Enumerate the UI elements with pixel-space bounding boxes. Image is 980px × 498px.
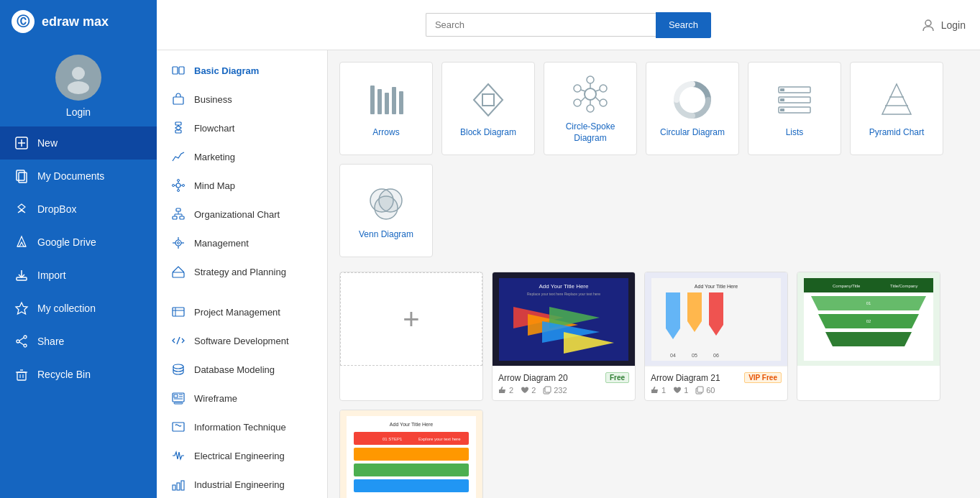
svg-point-80: [587, 76, 594, 83]
template-arrow-22[interactable]: Company/Title Title/Company 01 02: [797, 272, 940, 401]
sec-nav-industrial-engineering-label: Industrial Engineering: [194, 479, 285, 490]
sec-nav-project-management-label: Project Management: [194, 307, 280, 318]
svg-line-58: [177, 337, 180, 344]
svg-rect-66: [173, 423, 184, 431]
svg-rect-123: [697, 387, 703, 392]
sec-nav-basic-diagram[interactable]: Basic Diagram: [157, 56, 327, 85]
diagram-type-circle-spoke[interactable]: Circle-Spoke Diagram: [544, 62, 637, 155]
diagram-type-arrows[interactable]: Arrows: [339, 62, 433, 155]
sec-nav-management[interactable]: Management: [157, 229, 327, 257]
svg-point-33: [178, 180, 180, 182]
basic-diagram-icon: [171, 63, 186, 78]
strategy-and-planning-icon: [171, 264, 186, 279]
sec-nav-information-technique[interactable]: Information Technique: [157, 412, 327, 441]
diagram-type-circular[interactable]: Circular Diagram: [646, 62, 739, 155]
sidebar-item-share[interactable]: Share: [0, 325, 157, 358]
svg-point-13: [24, 336, 27, 338]
template-new[interactable]: +: [339, 272, 483, 401]
sec-nav-marketing[interactable]: Marketing: [157, 142, 327, 171]
heart-icon: [521, 386, 529, 395]
sidebar-item-my-collection[interactable]: My collection: [0, 292, 157, 325]
template-arrow-21[interactable]: Add Your Title Here 04 05 06 Arrow D: [644, 272, 788, 401]
template-arrow-20-info: Arrow Diagram 20 Free 2 2: [493, 366, 635, 400]
sec-nav-project-management[interactable]: Project Management: [157, 298, 327, 326]
search-button[interactable]: Search: [656, 12, 711, 38]
sec-nav-business[interactable]: Business: [157, 85, 327, 114]
sec-nav-wireframe[interactable]: Wireframe: [157, 384, 327, 412]
sidebar-item-my-documents[interactable]: My Documents: [0, 160, 157, 193]
sec-nav-organizational-chart[interactable]: Organizational Chart: [157, 200, 327, 229]
marketing-icon: [171, 149, 186, 164]
arrow-diagram-20-svg: Add Your Title Here Replace your text he…: [499, 278, 628, 361]
sec-nav-marketing-label: Marketing: [194, 152, 235, 162]
sec-nav-strategy-and-planning[interactable]: Strategy and Planning: [157, 257, 327, 286]
sec-nav-software-development-label: Software Development: [194, 336, 289, 346]
svg-point-23: [925, 20, 931, 26]
sec-nav-flowchart[interactable]: Flowchart: [157, 114, 327, 142]
template-arrow-21-thumb: Add Your Title Here 04 05 06: [645, 272, 787, 366]
sidebar-item-recycle-bin[interactable]: Recycle Bin: [0, 358, 157, 391]
svg-rect-41: [176, 208, 180, 211]
sidebar-item-google-drive[interactable]: Google Drive: [0, 226, 157, 259]
svg-point-32: [176, 183, 180, 188]
sec-nav-industrial-engineering[interactable]: Industrial Engineering: [157, 470, 327, 498]
svg-point-49: [178, 242, 180, 244]
import-icon: [14, 268, 29, 282]
svg-marker-130: [825, 332, 912, 346]
svg-rect-42: [173, 216, 177, 219]
svg-rect-78: [482, 94, 494, 106]
svg-text:Replace your text here Replace: Replace your text here Replace your text…: [527, 292, 600, 296]
thumbs-up-icon: [498, 386, 507, 395]
template-new-thumb: +: [340, 272, 482, 366]
arrows-label: Arrows: [372, 127, 399, 139]
circle-spoke-label: Circle-Spoke Diagram: [550, 121, 631, 144]
svg-rect-95: [780, 88, 784, 91]
diagram-type-lists[interactable]: Lists: [748, 62, 841, 155]
sec-nav-database-modeling[interactable]: Database Modeling: [157, 355, 327, 384]
diagram-type-venn[interactable]: Venn Diagram: [339, 164, 433, 257]
sec-nav-electrical-engineering[interactable]: Electrical Engineering: [157, 441, 327, 470]
block-diagram-label: Block Diagram: [460, 127, 516, 139]
sec-nav-software-development[interactable]: Software Development: [157, 326, 327, 355]
sidebar-item-new[interactable]: New: [0, 126, 157, 160]
search-input[interactable]: [426, 13, 656, 37]
sec-nav-mind-map-label: Mind Map: [194, 180, 235, 191]
sidebar-item-my-collection-label: My collection: [37, 303, 96, 314]
project-management-icon: [171, 305, 186, 319]
diagram-type-block[interactable]: Block Diagram: [441, 62, 535, 155]
sec-nav-basic-diagram-label: Basic Diagram: [194, 65, 259, 76]
diagram-type-pyramid[interactable]: Pyramid Chart: [850, 62, 943, 155]
block-diagram-icon: [467, 78, 510, 121]
svg-rect-97: [780, 109, 784, 111]
arrow-diagram-21-svg: Add Your Title Here 04 05 06: [651, 278, 781, 361]
sidebar-item-google-drive-label: Google Drive: [37, 236, 96, 248]
flowchart-icon: [171, 121, 186, 135]
svg-rect-73: [377, 89, 382, 114]
header-login[interactable]: Login: [921, 18, 966, 32]
svg-rect-5: [17, 170, 24, 180]
svg-text:Title/Company: Title/Company: [890, 284, 917, 288]
wireframe-icon: [171, 391, 186, 405]
svg-marker-7: [18, 204, 25, 213]
sec-nav-business-label: Business: [194, 94, 232, 105]
svg-text:05: 05: [692, 353, 697, 358]
template-arrow-21-stats: 1 1 60: [651, 386, 782, 395]
sec-nav-mind-map[interactable]: Mind Map: [157, 171, 327, 200]
svg-line-90: [581, 97, 585, 101]
svg-marker-29: [175, 126, 181, 130]
svg-marker-8: [17, 236, 26, 246]
template-arrow-23[interactable]: Add Your Title Here 01 STEP1 Explore you…: [339, 410, 483, 498]
templates-grid: + Add Your Title Here Replace your text …: [339, 272, 968, 498]
template-arrow-20[interactable]: Add Your Title Here Replace your text he…: [492, 272, 636, 401]
share-icon: [14, 334, 29, 349]
svg-text:Explore your text here: Explore your text here: [418, 437, 461, 441]
svg-point-0: [72, 67, 85, 80]
sidebar-item-dropbox[interactable]: DropBox: [0, 193, 157, 226]
template-arrow-20-thumb: Add Your Title Here Replace your text he…: [493, 272, 635, 366]
business-icon: [171, 92, 186, 106]
svg-text:01: 01: [866, 301, 871, 305]
thumbs-up-icon-21: [651, 386, 659, 395]
sidebar-item-import[interactable]: Import: [0, 259, 157, 292]
logo-area: Ⓒ edraw max: [0, 0, 157, 43]
venn-diagram-label: Venn Diagram: [359, 229, 413, 241]
